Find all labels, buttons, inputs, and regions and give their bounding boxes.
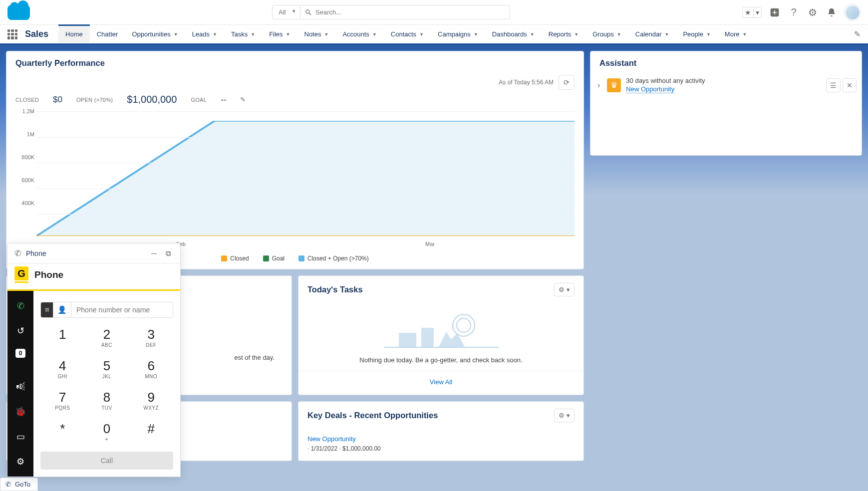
global-search: All [272, 5, 510, 19]
assistant-item-title: 30 days without any activity [626, 77, 821, 84]
assistant-dismiss-button[interactable]: ✕ [843, 78, 857, 92]
swatch-closed [221, 255, 227, 261]
tasks-filter-button[interactable]: ⚙ ▾ [554, 283, 575, 296]
card-title: Today's Tasks [307, 285, 363, 294]
voicemail-badge[interactable]: 0 [15, 349, 26, 358]
nav-tab-reports[interactable]: Reports▼ [542, 25, 585, 43]
nav-tab-groups[interactable]: Groups▼ [585, 25, 628, 43]
svg-point-1 [453, 314, 475, 336]
bug-icon[interactable]: 🐞 [13, 405, 27, 419]
y-tick: 800K [21, 154, 34, 160]
phone-number-input[interactable] [71, 302, 173, 317]
chevron-down-icon: ▼ [665, 32, 669, 37]
chevron-down-icon: ▼ [574, 32, 579, 37]
dialpad-key-7[interactable]: 7PQRS [40, 384, 85, 415]
gear-icon[interactable]: ⚙ [807, 6, 819, 18]
nav-tab-people[interactable]: People▼ [676, 25, 717, 43]
nav-tab-accounts[interactable]: Accounts▼ [335, 25, 383, 43]
chevron-down-icon: ▼ [324, 32, 328, 37]
legend-label: Closed + Open (>70%) [307, 255, 369, 262]
dialpad-key-1[interactable]: 1 [40, 321, 85, 352]
performance-chart: 1.2M1M800K600K400K Feb Mar [15, 111, 575, 251]
deal-meta: · 1/31/2022 · $1,000,000.00 [307, 445, 575, 452]
minimize-button[interactable]: ─ [149, 249, 159, 257]
todays-tasks-card: Today's Tasks ⚙ ▾ Nothing due today. Be … [298, 275, 584, 395]
nav-tab-chatter[interactable]: Chatter [90, 25, 125, 43]
avatar[interactable] [845, 4, 861, 20]
open-value: $1,000,000 [127, 94, 177, 105]
assistant-item-link[interactable]: New Opportunity [626, 85, 674, 93]
dialpad-key-9[interactable]: 9WXYZ [129, 384, 173, 415]
announce-icon[interactable]: 🕬 [13, 380, 27, 394]
chevron-down-icon: ▼ [372, 32, 377, 37]
edit-goal-icon[interactable]: ✎ [240, 96, 246, 103]
dialpad-mode-button[interactable]: ⌗ [41, 302, 53, 317]
call-button[interactable]: Call [40, 452, 173, 470]
goto-utility-button[interactable]: ✆ GoTo [0, 478, 38, 491]
dialpad-key-0[interactable]: 0+ [85, 415, 129, 447]
phone-icon: ✆ [5, 481, 11, 488]
legend-label: Goal [272, 255, 285, 262]
nav-tab-calendar[interactable]: Calendar▼ [628, 25, 676, 43]
dialer-tab-icon[interactable]: ✆ [13, 299, 27, 313]
assistant-list-button[interactable]: ☰ [826, 78, 841, 92]
nav-tab-tasks[interactable]: Tasks▼ [224, 25, 262, 43]
history-tab-icon[interactable]: ↺ [13, 324, 27, 338]
card-title: Assistant [599, 58, 636, 68]
x-tick: Mar [425, 241, 435, 247]
dialpad-key-3[interactable]: 3DEF [129, 321, 173, 352]
edit-nav-icon[interactable]: ✎ [854, 29, 861, 39]
view-all-link[interactable]: View All [430, 378, 452, 386]
nav-tab-campaigns[interactable]: Campaigns▼ [431, 25, 485, 43]
goto-label: GoTo [15, 481, 30, 488]
key-deals-card: Key Deals - Recent Opportunities ⚙ ▾ New… [298, 401, 584, 461]
nav-tab-more[interactable]: More▼ [718, 25, 754, 43]
settings-icon[interactable]: ⚙ [13, 455, 27, 469]
search-scope-select[interactable]: All [272, 5, 300, 19]
as-of-text: As of Today 5:56 AM [499, 79, 554, 86]
phone-titlebar: ✆ Phone ─ ⧉ [7, 244, 180, 263]
nav-tab-notes[interactable]: Notes▼ [297, 25, 336, 43]
assistant-card: Assistant › ♛ 30 days without any activi… [590, 51, 862, 156]
dialpad-key-5[interactable]: 5JKL [85, 352, 129, 384]
contacts-mode-button[interactable]: 👤 [53, 302, 71, 317]
dialpad-key-2[interactable]: 2ABC [85, 321, 129, 352]
chevron-down-icon: ▼ [706, 32, 711, 37]
quarterly-performance-card: Quarterly Performance As of Today 5:56 A… [6, 51, 584, 269]
dialpad-key-*[interactable]: * [40, 415, 85, 447]
header-actions: ★▾ ? ⚙ [742, 4, 861, 20]
nav-tab-home[interactable]: Home [58, 24, 90, 43]
chevron-down-icon: ▾ [754, 7, 761, 17]
deals-filter-button[interactable]: ⚙ ▾ [554, 409, 575, 422]
expand-icon[interactable]: › [595, 81, 602, 90]
nav-tab-leads[interactable]: Leads▼ [185, 25, 224, 43]
dialpad-key-6[interactable]: 6MNO [129, 352, 173, 384]
nav-tab-files[interactable]: Files▼ [262, 25, 297, 43]
svg-point-2 [457, 318, 471, 332]
y-tick: 1M [27, 131, 34, 137]
refresh-button[interactable]: ⟳ [559, 75, 575, 90]
feedback-icon[interactable]: ▭ [13, 430, 27, 444]
dialpad-key-#[interactable]: # [129, 415, 173, 447]
favorites-button[interactable]: ★▾ [742, 7, 762, 18]
search-input[interactable] [300, 5, 510, 19]
goal-label: GOAL [191, 97, 207, 103]
app-launcher-icon[interactable] [7, 29, 17, 39]
nav-bar: Sales HomeChatterOpportunities▼Leads▼Tas… [0, 25, 868, 45]
nav-tab-opportunities[interactable]: Opportunities▼ [125, 25, 185, 43]
dialpad-key-4[interactable]: 4GHI [40, 352, 85, 384]
y-tick: 400K [21, 200, 34, 206]
add-button[interactable] [769, 6, 781, 18]
phone-sidebar: ✆ ↺ 0 🕬 🐞 ▭ ⚙ [7, 291, 33, 477]
nav-tab-dashboards[interactable]: Dashboards▼ [485, 25, 542, 43]
deal-link[interactable]: New Opportunity [307, 435, 356, 443]
dialpad: 12ABC3DEF4GHI5JKL6MNO7PQRS8TUV9WXYZ*0+# [40, 321, 173, 447]
dialpad-key-8[interactable]: 8TUV [85, 384, 129, 415]
chevron-down-icon: ▼ [286, 32, 290, 37]
events-empty-text: est of the day. [226, 346, 283, 369]
help-icon[interactable]: ? [788, 6, 800, 18]
goal-value: -- [221, 95, 226, 105]
bell-icon[interactable] [826, 6, 838, 18]
popout-button[interactable]: ⧉ [164, 249, 173, 258]
nav-tab-contacts[interactable]: Contacts▼ [384, 25, 431, 43]
